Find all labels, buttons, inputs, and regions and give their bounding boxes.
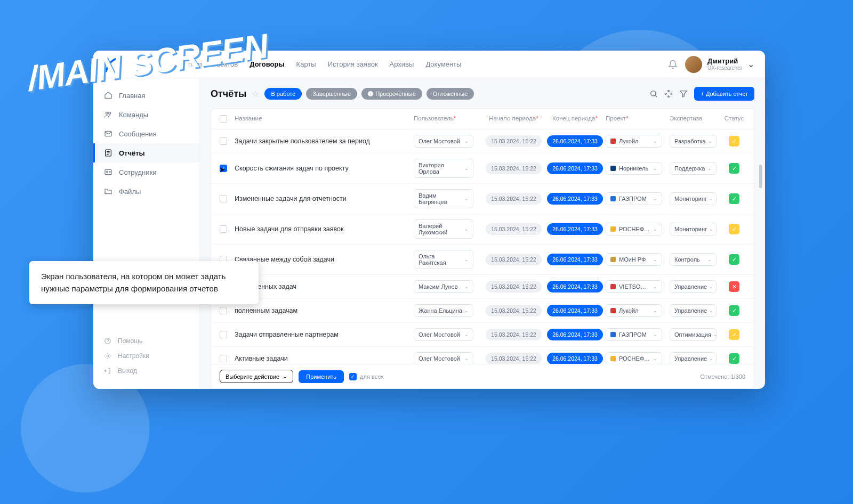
filter-chip[interactable]: Завершенные [306, 88, 357, 100]
user-menu[interactable]: Дмитрий UX-researcher ⌄ [685, 56, 754, 73]
add-report-button[interactable]: + Добавить отчет [694, 87, 754, 101]
project-select[interactable]: ГАЗПРОМ⌄ [606, 328, 662, 341]
start-date[interactable]: 15.03.2024, 15:22 [486, 223, 542, 235]
bulk-action-select[interactable]: Выберите действие⌄ [220, 370, 293, 383]
sidebar-item-help[interactable]: Помощь [93, 334, 199, 348]
end-date[interactable]: 26.06.2024, 17:33 [547, 193, 603, 205]
project-select[interactable]: Лукойл⌄ [606, 135, 662, 148]
user-select[interactable]: Валерий Лукомский⌄ [414, 220, 473, 239]
filter-chip[interactable]: Отложенные [426, 88, 474, 100]
status-badge: ✓ [729, 224, 739, 234]
row-checkbox[interactable] [220, 307, 227, 314]
expertise-select[interactable]: Оптимизация⌄ [670, 328, 717, 341]
start-date[interactable]: 15.03.2024, 15:22 [486, 305, 542, 316]
sidebar-item-exit[interactable]: Выход [93, 363, 199, 378]
filter-icon[interactable] [679, 90, 688, 98]
mail-icon [104, 129, 112, 138]
start-date[interactable]: 15.03.2024, 15:22 [486, 254, 542, 265]
notifications-icon[interactable] [668, 60, 678, 69]
project-select[interactable]: ГАЗПРОМ⌄ [606, 192, 662, 205]
nav-link[interactable]: История заявок [328, 60, 378, 68]
sidebar-item-label: Отчёты [119, 149, 145, 157]
sidebar: ГлавнаяКомандыСообщенияОтчётыСотрудникиФ… [93, 78, 200, 389]
expertise-select[interactable]: Разработка⌄ [670, 135, 717, 148]
nav-link[interactable]: Карты [296, 60, 316, 68]
row-checkbox[interactable] [220, 195, 227, 202]
sidebar-item-gear[interactable]: Настройки [93, 348, 199, 363]
search-icon[interactable] [649, 90, 658, 98]
expertise-select[interactable]: Управление⌄ [670, 304, 717, 317]
start-date[interactable]: 15.03.2024, 15:22 [486, 135, 542, 147]
end-date[interactable]: 26.06.2024, 17:33 [547, 353, 603, 364]
project-select[interactable]: РОСНЕФТЬ⌄ [606, 223, 662, 235]
start-date[interactable]: 15.03.2024, 15:22 [486, 193, 542, 205]
select-all-checkbox[interactable] [220, 115, 227, 123]
user-select[interactable]: Жанна Ельцина⌄ [414, 304, 473, 317]
end-date[interactable]: 26.06.2024, 17:33 [547, 223, 603, 235]
sidebar-item-id[interactable]: Сотрудники [93, 162, 199, 182]
row-checkbox[interactable] [220, 355, 227, 362]
project-select[interactable]: VIETSOVPETRO⌄ [606, 280, 662, 293]
user-select[interactable]: Олег Мостовой⌄ [414, 352, 473, 364]
end-date[interactable]: 26.06.2024, 17:33 [547, 135, 603, 147]
svg-point-13 [671, 93, 672, 95]
report-name: Новые задачи для отправки заявок [235, 225, 344, 233]
table-row: Задачи закрытые пользователем за период … [211, 129, 754, 153]
sidebar-item-report[interactable]: Отчёты [93, 143, 199, 162]
nav-link[interactable]: Архивы [390, 60, 414, 68]
action-bar: Выберите действие⌄ Применить ✓ для всех … [211, 364, 754, 388]
sidebar-item-folder[interactable]: Файлы [93, 182, 199, 201]
user-select[interactable]: Олег Мостовой⌄ [414, 328, 473, 341]
reports-table: Название Пользователь* Начало периода* К… [211, 108, 754, 389]
col-start: Начало периода* [483, 115, 544, 123]
svg-point-11 [668, 90, 670, 92]
filter-chip[interactable]: !Просроченные [361, 88, 422, 100]
sidebar-item-label: Команды [119, 111, 148, 119]
expertise-select[interactable]: Управление⌄ [670, 280, 717, 293]
expertise-select[interactable]: Поддержка⌄ [670, 162, 717, 175]
end-date[interactable]: 26.06.2024, 17:33 [547, 329, 603, 340]
user-select[interactable]: Вадим Багрянцев⌄ [414, 189, 473, 208]
settings-icon[interactable] [664, 90, 673, 98]
end-date[interactable]: 26.06.2024, 17:33 [547, 305, 603, 316]
start-date[interactable]: 15.03.2024, 15:22 [486, 281, 542, 292]
expertise-select[interactable]: Контроль⌄ [670, 253, 717, 266]
end-date[interactable]: 26.06.2024, 17:33 [547, 281, 603, 292]
apply-button[interactable]: Применить [299, 370, 344, 383]
user-select[interactable]: Олег Мостовой⌄ [414, 135, 473, 148]
nav-link[interactable]: Договоры [250, 60, 284, 68]
expertise-select[interactable]: Мониторинг⌄ [670, 223, 717, 235]
project-select[interactable]: Лукойл⌄ [606, 304, 662, 317]
start-date[interactable]: 15.03.2024, 15:22 [486, 162, 542, 174]
project-select[interactable]: Норникель⌄ [606, 162, 662, 175]
scrollbar[interactable] [759, 165, 762, 188]
sidebar-item-mail[interactable]: Сообщения [93, 124, 199, 143]
sidebar-item-users[interactable]: Команды [93, 105, 199, 124]
svg-point-0 [117, 59, 118, 60]
user-select[interactable]: Виктория Орлова⌄ [414, 159, 473, 178]
start-date[interactable]: 15.03.2024, 15:22 [486, 329, 542, 340]
project-select[interactable]: МОиН РФ⌄ [606, 253, 662, 266]
callout-description: Экран пользователя, на котором он может … [29, 261, 259, 304]
nav-link[interactable]: порта объектов [188, 60, 238, 68]
user-select[interactable]: Максим Лунев⌄ [414, 280, 473, 293]
sidebar-item-label: Настройки [118, 352, 149, 360]
sidebar-item-home[interactable]: Главная [93, 86, 199, 105]
help-icon [104, 337, 111, 345]
row-checkbox[interactable] [220, 225, 227, 233]
for-all-checkbox[interactable]: ✓ для всех [349, 373, 383, 380]
expertise-select[interactable]: Мониторинг⌄ [670, 192, 717, 205]
table-row: Измененные задачи для отчетности Вадим Б… [211, 184, 754, 214]
row-checkbox[interactable] [220, 331, 227, 338]
user-select[interactable]: Ольга Ракитская⌄ [414, 250, 473, 269]
end-date[interactable]: 26.06.2024, 17:33 [547, 254, 603, 265]
project-select[interactable]: РОСНЕФТЬ⌄ [606, 352, 662, 364]
end-date[interactable]: 26.06.2024, 17:33 [547, 162, 603, 174]
nav-link[interactable]: Документы [425, 60, 461, 68]
row-checkbox[interactable] [220, 137, 227, 145]
filter-chip[interactable]: В работе [264, 88, 302, 100]
star-icon[interactable]: ☆ [252, 89, 259, 99]
start-date[interactable]: 15.03.2024, 15:22 [486, 353, 542, 364]
expertise-select[interactable]: Управление⌄ [670, 352, 717, 364]
row-checkbox[interactable]: ✓ [220, 165, 227, 172]
